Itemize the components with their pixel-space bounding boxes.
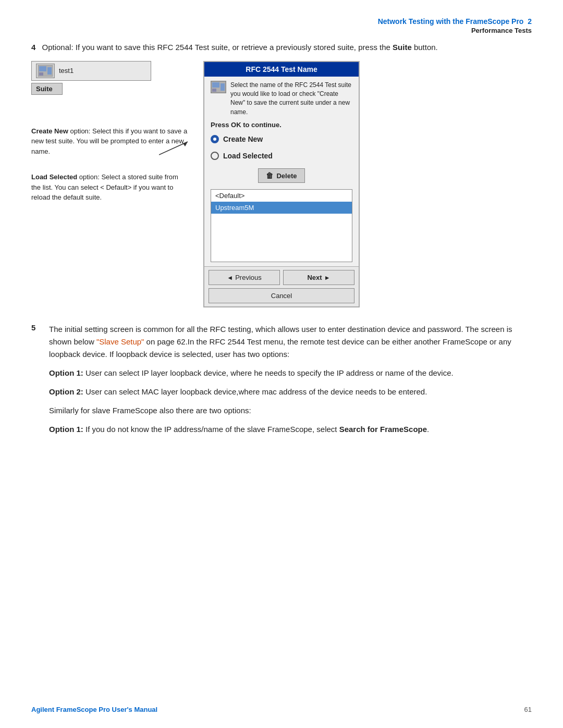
footer-left: Agilent FrameScope Pro User's Manual [31, 706, 157, 713]
chapter-number: 2 [528, 17, 532, 26]
radio-create-new-label: Create New [223, 135, 263, 143]
delete-button[interactable]: 🗑 Delete [258, 168, 304, 183]
svg-rect-3 [47, 67, 52, 75]
option2-bold: Option 2: [49, 387, 83, 396]
header-title-text: Network Testing with the FrameScope Pro [378, 17, 524, 26]
step5-block: 5 The initial setting screen is common f… [31, 323, 532, 436]
svg-rect-8 [212, 89, 216, 92]
step5-number: 5 [31, 323, 44, 332]
page-header: Network Testing with the FrameScope Pro … [378, 17, 532, 34]
delete-label: Delete [276, 172, 297, 180]
step4-text2: button. [412, 43, 438, 52]
step4-para: 4 Optional: If you want to save this RFC… [31, 42, 532, 54]
annotation-create-new: Create New option: Select this if you wa… [31, 126, 188, 157]
option1-bold: Option 1: [49, 368, 83, 377]
prev-arrow-icon: ◄ [227, 274, 233, 281]
ok-suffix: to continue. [241, 121, 282, 129]
svg-rect-1 [39, 66, 46, 71]
dialog-icon [211, 81, 226, 93]
option1-text: User can select IP layer loopback device… [83, 368, 454, 377]
screenshot-container: test1 Suite Create New option: Select th… [31, 61, 532, 308]
main-content: 4 Optional: If you want to save this RFC… [31, 42, 532, 443]
svg-rect-7 [212, 82, 219, 88]
next-arrow-icon: ► [324, 274, 331, 281]
left-side: test1 Suite Create New option: Select th… [31, 61, 198, 203]
slave-setup-link[interactable]: "Slave Setup" [96, 337, 144, 346]
header-subtitle: Performance Tests [471, 27, 532, 34]
dialog-title: RFC 2544 Test Name [246, 65, 317, 73]
device-top-bar: test1 [31, 61, 151, 81]
radio-load-selected-row[interactable]: Load Selected [211, 150, 352, 162]
option3-text: If you do not know the IP address/name o… [83, 425, 339, 434]
device-top-container: test1 Suite [31, 61, 151, 95]
radio-create-new[interactable] [211, 135, 219, 143]
similarly-text: Similarly for slave FrameScope also ther… [49, 406, 251, 415]
option2-text: User can select MAC layer loopback devic… [83, 387, 427, 396]
similarly-para: Similarly for slave FrameScope also ther… [49, 404, 532, 417]
dialog-description-text: Select the name of the RFC 2544 Test sui… [230, 81, 351, 116]
step4-text1: Optional: If you want to save this RFC 2… [42, 43, 393, 52]
cancel-button[interactable]: Cancel [209, 288, 354, 303]
option3-bold: Option 1: [49, 425, 83, 434]
list-item-default[interactable]: <Default> [211, 190, 352, 202]
next-button[interactable]: Next ► [283, 270, 354, 285]
option2-para: Option 2: User can select MAC layer loop… [49, 386, 532, 398]
radio-create-new-row[interactable]: Create New [211, 133, 352, 145]
radio-load-selected[interactable] [211, 152, 219, 160]
dialog-footer-row1: ◄ Previous Next ► [204, 266, 359, 288]
option3-para: Option 1: If you do not know the IP addr… [49, 423, 532, 436]
annotation-load-selected: Load Selected option: Select a stored su… [31, 172, 188, 203]
next-label: Next [307, 274, 322, 281]
dialog-description: Select the name of the RFC 2544 Test sui… [230, 81, 352, 117]
step4-bold-suite: Suite [393, 43, 412, 52]
annotation2-bold: Load Selected [31, 173, 77, 181]
trash-icon: 🗑 [266, 171, 273, 180]
step4-block: 4 Optional: If you want to save this RFC… [31, 42, 532, 307]
list-item-upstream5m[interactable]: Upstream5M [211, 202, 352, 214]
suite-button[interactable]: Suite [31, 83, 63, 95]
footer-right: 61 [524, 706, 532, 713]
step5-para1: The initial setting screen is common for… [49, 323, 532, 361]
step4-number: 4 [31, 43, 35, 52]
ok-bold: OK [231, 121, 241, 129]
page-footer: Agilent FrameScope Pro User's Manual 61 [0, 706, 563, 713]
svg-rect-9 [221, 83, 225, 91]
prev-label: Previous [235, 274, 262, 281]
rfc-dialog: RFC 2544 Test Name [203, 61, 360, 308]
device-icon [36, 64, 55, 78]
step5-row: 5 The initial setting screen is common f… [31, 323, 532, 436]
press-ok-prefix: Press [211, 121, 231, 129]
dialog-footer-row2: Cancel [204, 288, 359, 306]
svg-rect-2 [39, 72, 43, 76]
rfc-dialog-body: Select the name of the RFC 2544 Test sui… [204, 77, 359, 267]
radio-load-selected-label: Load Selected [223, 152, 273, 160]
option3-text2: . [427, 425, 429, 434]
previous-button[interactable]: ◄ Previous [209, 270, 280, 285]
rfc-dialog-header: RFC 2544 Test Name [204, 62, 359, 77]
option1-para: Option 1: User can select IP layer loopb… [49, 367, 532, 379]
device-test-label: test1 [59, 67, 146, 75]
annotation1-bold: Create New [31, 127, 68, 135]
option3-bold2: Search for FrameScope [339, 425, 427, 434]
step5-content: The initial setting screen is common for… [49, 323, 532, 436]
suite-list[interactable]: <Default> Upstream5M [211, 189, 352, 262]
chapter-title: Network Testing with the FrameScope Pro … [378, 17, 532, 26]
press-ok-text: Press OK to continue. [211, 121, 352, 129]
dialog-description-row: Select the name of the RFC 2544 Test sui… [211, 81, 352, 117]
